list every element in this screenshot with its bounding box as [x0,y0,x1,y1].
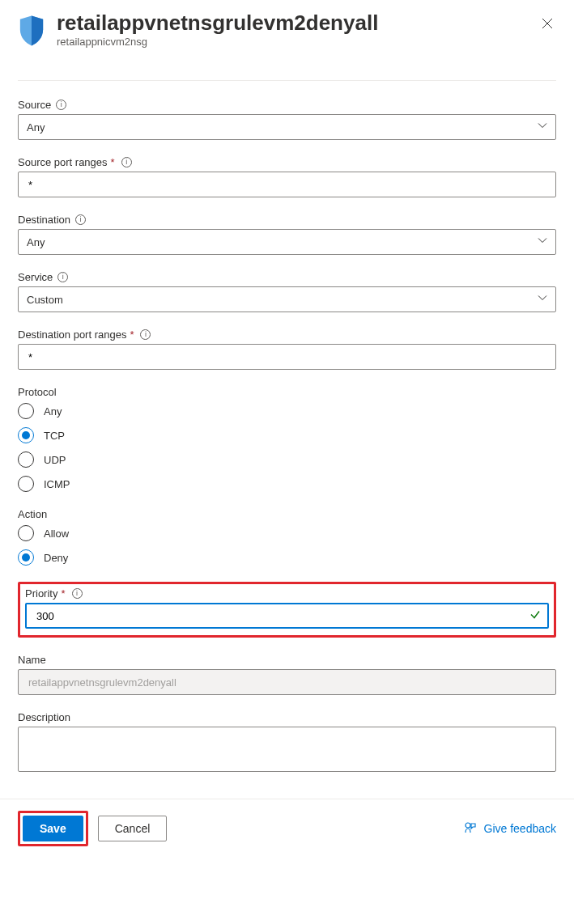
page-subtitle: retailappnicvm2nsg [57,36,538,48]
info-icon[interactable]: i [72,588,83,599]
protocol-option-icmp[interactable]: ICMP [18,476,556,492]
info-icon[interactable]: i [75,214,86,225]
priority-highlight: Priority * i [18,582,556,638]
page-title: retailappvnetnsgrulevm2denyall [57,11,538,36]
destination-label: Destination [18,214,70,226]
info-icon[interactable]: i [121,157,132,167]
action-option-deny[interactable]: Deny [18,549,556,566]
svg-point-0 [466,823,470,828]
source-select[interactable]: Any [18,114,556,140]
source-port-ranges-label: Source port ranges [18,156,108,168]
service-label: Service [18,271,53,283]
source-label: Source [18,99,51,111]
save-highlight: Save [18,811,88,846]
protocol-radio-group: Any TCP UDP ICMP [18,403,556,492]
info-icon[interactable]: i [140,329,151,340]
feedback-icon [463,820,478,837]
dest-port-ranges-input[interactable] [18,344,556,370]
priority-label: Priority [25,587,57,600]
panel-header: retailappvnetnsgrulevm2denyall retailapp… [18,0,556,56]
cancel-button[interactable]: Cancel [98,816,168,841]
chevron-down-icon [538,121,547,134]
checkmark-icon [529,609,541,623]
source-port-ranges-input[interactable] [18,172,556,197]
action-option-allow[interactable]: Allow [18,525,556,541]
shield-icon [18,15,45,49]
footer: Save Cancel Give feedback [0,799,574,861]
name-input [18,669,556,695]
dest-port-ranges-label: Destination port ranges [18,328,126,341]
close-button[interactable] [538,16,556,34]
action-label: Action [18,508,47,520]
priority-input[interactable] [25,603,549,629]
destination-select[interactable]: Any [18,229,556,255]
protocol-label: Protocol [18,386,57,398]
description-label: Description [18,711,70,723]
chevron-down-icon [538,236,547,248]
required-indicator: * [61,587,65,600]
action-radio-group: Allow Deny [18,525,556,566]
info-icon[interactable]: i [56,100,66,110]
name-label: Name [18,654,46,666]
protocol-option-udp[interactable]: UDP [18,451,556,468]
save-button[interactable]: Save [23,816,83,841]
description-textarea[interactable] [18,727,556,772]
protocol-option-any[interactable]: Any [18,403,556,419]
required-indicator: * [111,156,115,168]
chevron-down-icon [538,294,547,306]
required-indicator: * [130,328,134,341]
service-select[interactable]: Custom [18,286,556,312]
info-icon[interactable]: i [57,272,68,282]
protocol-option-tcp[interactable]: TCP [18,427,556,443]
give-feedback-link[interactable]: Give feedback [463,820,557,837]
